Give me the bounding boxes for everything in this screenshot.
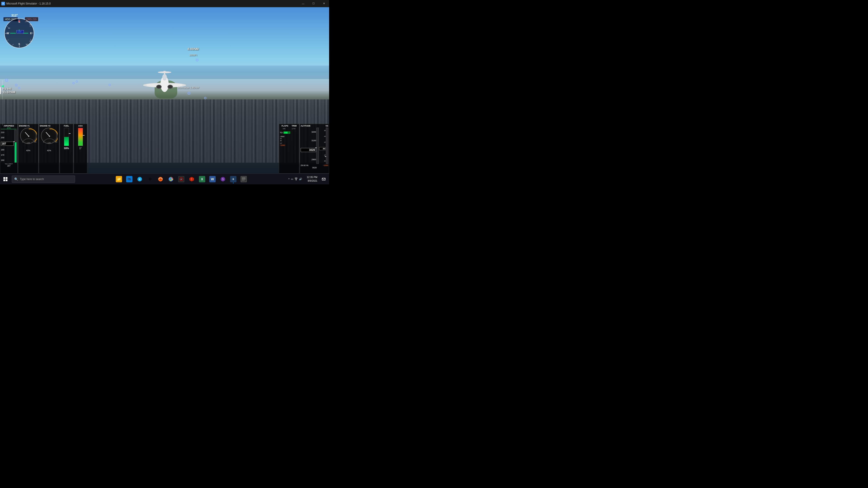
flaps-trim-panel: FLAPS TRIM DN -17% TO -2900 -4 -6 15° -1… (279, 124, 299, 173)
svg-point-43 (28, 135, 29, 137)
minimize-button[interactable]: — (298, 0, 308, 7)
search-bar[interactable]: 🔍 Type here to search (12, 175, 75, 183)
svg-point-10 (182, 84, 186, 86)
security-icon: ! (188, 176, 195, 182)
svg-text:W: W (7, 32, 9, 35)
loc-indicator: LOC1 (17, 30, 24, 33)
system-tray: ^ ▭ 🔊 (287, 177, 304, 181)
vs-current: -1690 (323, 164, 328, 166)
vs-title: VS (326, 125, 328, 127)
altitude-target: 3000Ft (189, 54, 197, 57)
svg-text:S: S (222, 178, 224, 181)
svg-rect-69 (242, 177, 246, 178)
maximize-button[interactable]: ☐ (308, 0, 319, 7)
taskbar-app-browser-edge[interactable]: e (135, 174, 145, 184)
tas-display: TAS 195KT (1, 163, 17, 165)
taskbar-app-13[interactable] (239, 174, 249, 184)
svg-text:33: 33 (30, 24, 32, 26)
airspeed-unit: KTS (1, 127, 17, 129)
trim-title: TRIM (291, 125, 297, 127)
alt-2900: 2900 (301, 158, 316, 161)
airspeed-title: AIRSPEED (1, 125, 17, 127)
taskbar-app-network[interactable] (156, 174, 165, 184)
tray-display[interactable]: ▭ (291, 177, 293, 181)
taskbar-right: ^ ▭ 🔊 12:35 PM 8/9/2021 (287, 175, 329, 183)
altitude-panel: ALTITUDE VS 3200 3100 3020 2900 -6 -4 -2… (300, 124, 329, 173)
svg-text:15: 15 (30, 40, 32, 42)
taskbar-app-security[interactable]: ! (187, 174, 197, 184)
svg-text:!: ! (191, 178, 192, 181)
svg-text:0: 0 (43, 141, 44, 143)
taskbar-apps: 📁 🛍 e ⚙ (76, 174, 287, 184)
start-button[interactable] (0, 174, 11, 185)
clock[interactable]: 12:35 PM 8/9/2021 (305, 175, 319, 183)
svg-line-42 (25, 132, 29, 136)
engine2-title: ENGINE #2 (40, 125, 58, 127)
taskbar-app-file-explorer[interactable]: 📁 (114, 174, 124, 184)
distance-to-target: 8.00NM (188, 47, 199, 51)
notification-button[interactable] (320, 175, 327, 183)
left-vert-line (2, 80, 3, 126)
svg-text:e: e (139, 177, 141, 181)
search-placeholder: Type here to search (20, 177, 44, 181)
taskbar-app-excel[interactable]: X (197, 174, 207, 184)
game-viewport[interactable]: HDG 267° CRS 219 312° (0, 7, 329, 173)
taskbar-app-store[interactable]: 🛍 (124, 174, 134, 184)
speed-180: 180 (1, 149, 13, 151)
chrome-icon (168, 176, 174, 182)
trim-value: -17% (291, 128, 296, 130)
airport-distance: 11.37NM (2, 90, 16, 94)
taskbar-app-chrome[interactable] (166, 174, 176, 184)
flaps-value: DN (283, 128, 285, 130)
clock-time: 12:35 PM (307, 175, 317, 179)
aoa-title: AOA (74, 125, 86, 127)
heading-value: 312° (11, 13, 18, 17)
app-icon: ✈ (1, 2, 5, 5)
svg-text:0: 0 (22, 141, 23, 143)
taskbar-app-11[interactable]: S (218, 174, 228, 184)
inHg-label: 29.92 IN (301, 164, 308, 166)
game-icon: P (178, 176, 184, 182)
svg-rect-70 (242, 179, 246, 180)
fuel-title: FUEL (61, 125, 72, 127)
fuel-panel: FUEL 59% (60, 124, 73, 173)
svg-text:12: 12 (26, 43, 28, 45)
taskbar-app-game[interactable]: P (176, 174, 186, 184)
close-button[interactable]: ✕ (319, 0, 329, 7)
store-icon: 🛍 (126, 176, 132, 182)
clock-date: 8/9/2021 (307, 179, 317, 183)
svg-rect-73 (322, 178, 325, 180)
engine2-panel: ENGINE #2 0 110 LVR 23% 42% (39, 124, 59, 173)
waypoint-5 (76, 80, 78, 83)
titlebar: ✈ Microsoft Flight Simulator - 1.18.15.0… (0, 0, 329, 7)
airspeed-panel: AIRSPEED KTS 210 200 187 180 170 160 TAS… (0, 124, 18, 173)
file-explorer-icon: 📁 (116, 176, 122, 182)
svg-text:LVR: LVR (27, 142, 30, 144)
fuel-value: 59% (61, 147, 72, 150)
engine2-pct: 42% (40, 149, 58, 152)
window-title: Microsoft Flight Simulator - 1.18.15.0 (6, 2, 298, 5)
svg-text:24: 24 (8, 27, 10, 29)
tray-wifi[interactable] (294, 177, 298, 181)
engine1-title: ENGINE #1 (19, 125, 37, 127)
taskbar-app-flight-sim[interactable]: ✈ (228, 174, 238, 184)
manhattan-label: Manhattan 1.85NM (178, 86, 199, 89)
speed-current: 187 (1, 142, 13, 146)
svg-point-5 (157, 85, 161, 88)
alt-3200: 3200 (301, 131, 316, 133)
speed-200: 200 (1, 136, 13, 139)
taskbar-app-word[interactable]: W (208, 174, 217, 184)
engine1-pct: 42% (19, 149, 37, 152)
svg-text:S: S (18, 43, 20, 45)
svg-text:E: E (30, 32, 32, 35)
tray-volume[interactable]: 🔊 (299, 177, 302, 181)
speed-160: 160 (1, 159, 13, 161)
speed-210: 210 (1, 131, 13, 133)
app11-icon: S (220, 176, 226, 182)
taskbar-app-settings[interactable]: ⚙ (145, 174, 155, 184)
tray-chevron[interactable]: ^ (288, 178, 289, 181)
network-icon (157, 176, 164, 182)
svg-text:23%: 23% (28, 144, 31, 144)
svg-rect-71 (242, 180, 245, 181)
inHg-val: 3020 (301, 166, 328, 169)
